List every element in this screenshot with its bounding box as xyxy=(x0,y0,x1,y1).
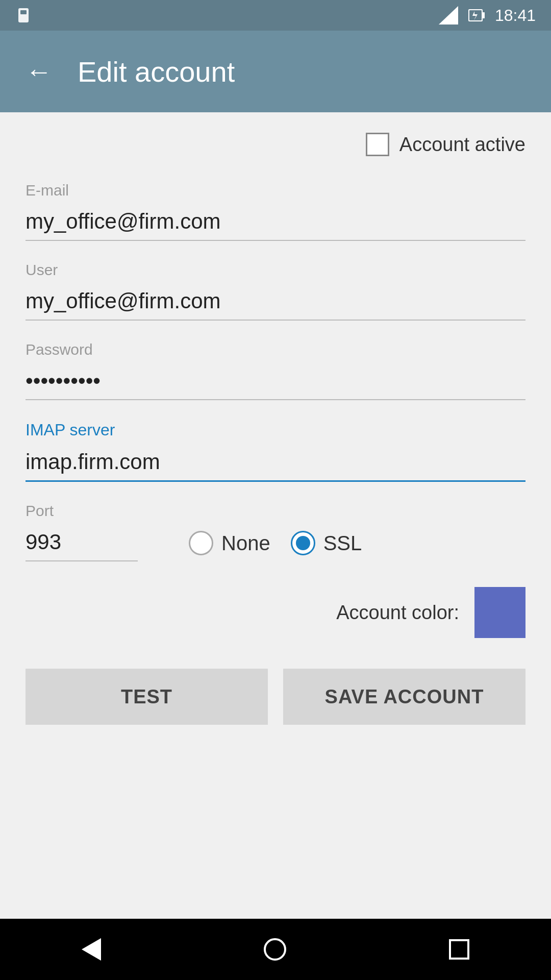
sim-icon xyxy=(15,7,32,23)
test-button[interactable]: TEST xyxy=(26,669,268,725)
email-group: E-mail xyxy=(26,182,525,241)
port-input[interactable] xyxy=(26,525,138,561)
password-label: Password xyxy=(26,341,525,358)
imap-server-label: IMAP server xyxy=(26,421,525,439)
account-color-swatch[interactable] xyxy=(474,587,525,638)
ssl-radio-group: None SSL xyxy=(189,531,362,555)
user-group: User xyxy=(26,261,525,321)
nav-recent-icon xyxy=(449,939,469,960)
email-label: E-mail xyxy=(26,182,525,199)
password-input[interactable] xyxy=(26,363,525,400)
nav-recent-button[interactable] xyxy=(439,929,480,970)
email-input[interactable] xyxy=(26,204,525,241)
imap-server-input[interactable] xyxy=(26,445,525,482)
app-bar: ← Edit account xyxy=(0,31,551,112)
svg-rect-5 xyxy=(483,12,485,18)
port-input-wrap xyxy=(26,525,158,561)
radio-ssl-label: SSL xyxy=(323,532,362,555)
svg-marker-3 xyxy=(439,6,458,24)
account-active-checkbox[interactable] xyxy=(366,133,389,156)
radio-ssl-circle xyxy=(291,531,315,555)
account-active-row: Account active xyxy=(26,133,525,156)
page-title: Edit account xyxy=(78,55,235,88)
main-content: Account active E-mail User Password IMAP… xyxy=(0,112,551,919)
nav-home-button[interactable] xyxy=(254,928,296,971)
status-time: 18:41 xyxy=(495,6,536,25)
radio-ssl[interactable]: SSL xyxy=(291,531,362,555)
back-button[interactable]: ← xyxy=(20,53,57,90)
nav-bar xyxy=(0,919,551,980)
radio-none-circle xyxy=(189,531,213,555)
signal-icon xyxy=(439,6,458,24)
svg-rect-1 xyxy=(20,10,27,14)
nav-back-button[interactable] xyxy=(71,928,111,971)
nav-back-icon xyxy=(82,938,101,961)
account-color-row: Account color: xyxy=(26,587,525,638)
password-group: Password xyxy=(26,341,525,400)
imap-group: IMAP server xyxy=(26,421,525,482)
buttons-row: TEST SAVE ACCOUNT xyxy=(26,669,525,725)
nav-home-icon xyxy=(264,938,286,961)
radio-ssl-inner xyxy=(296,536,310,550)
radio-none[interactable]: None xyxy=(189,531,270,555)
battery-icon xyxy=(467,6,486,24)
account-color-label: Account color: xyxy=(336,602,459,624)
user-label: User xyxy=(26,261,525,279)
user-input[interactable] xyxy=(26,284,525,321)
port-group: Port None SSL xyxy=(26,502,525,561)
radio-none-label: None xyxy=(221,532,270,555)
account-active-label: Account active xyxy=(399,134,525,156)
status-bar: 18:41 xyxy=(0,0,551,31)
save-account-button[interactable]: SAVE ACCOUNT xyxy=(283,669,525,725)
port-label: Port xyxy=(26,502,525,520)
